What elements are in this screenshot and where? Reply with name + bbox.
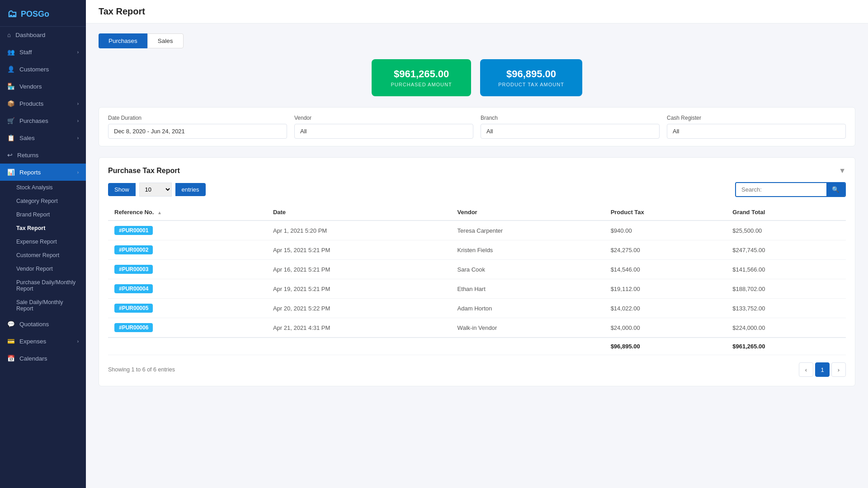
table-row[interactable]: #PUR00003 Apr 16, 2021 5:21 PM Sara Cook… xyxy=(108,260,846,279)
expenses-icon: 💳 xyxy=(7,338,15,345)
sidebar-item-quotations[interactable]: 💬 Quotations xyxy=(0,315,86,333)
table-row[interactable]: #PUR00001 Apr 1, 2021 5:20 PM Teresa Car… xyxy=(108,221,846,240)
chevron-sales: › xyxy=(77,136,79,141)
filter-cash-register-input[interactable] xyxy=(667,124,846,139)
report-table: Reference No. ▲ Date Vendor Product Tax … xyxy=(108,204,846,355)
sidebar-item-dashboard[interactable]: ⌂ Dashboard xyxy=(0,27,86,43)
cell-ref-3: #PUR00004 xyxy=(108,279,267,299)
cell-date-5: Apr 21, 2021 4:31 PM xyxy=(267,318,451,338)
vendors-label: Vendors xyxy=(19,83,42,90)
cell-vendor-1: Kristen Fields xyxy=(451,240,604,260)
cell-ref-2: #PUR00003 xyxy=(108,260,267,279)
sidebar: 🗂 POSGo ⌂ Dashboard 👥 Staff › 👤 Customer… xyxy=(0,0,86,488)
sidebar-subitem-expense-report[interactable]: Expense Report xyxy=(0,235,86,249)
cell-ref-1: #PUR00002 xyxy=(108,240,267,260)
vendors-icon: 🏪 xyxy=(7,83,15,90)
sales-icon: 📋 xyxy=(7,134,15,141)
report-section: Purchase Tax Report ▼ Show 10 25 50 100 … xyxy=(99,157,855,386)
sidebar-item-customers[interactable]: 👤 Customers xyxy=(0,61,86,78)
filter-branch: Branch xyxy=(481,115,660,139)
col-grand-total[interactable]: Grand Total xyxy=(726,204,846,221)
sidebar-subitem-brand-report[interactable]: Brand Report xyxy=(0,208,86,221)
col-vendor[interactable]: Vendor xyxy=(451,204,604,221)
col-product-tax[interactable]: Product Tax xyxy=(604,204,726,221)
sidebar-subitem-purchase-daily[interactable]: Purchase Daily/Monthly Report xyxy=(0,276,86,296)
prev-page-button[interactable]: ‹ xyxy=(799,362,813,377)
filter-icon[interactable]: ▼ xyxy=(839,167,846,175)
filter-vendor-input[interactable] xyxy=(294,124,473,139)
sidebar-item-returns[interactable]: ↩ Returns xyxy=(0,146,86,164)
total-empty-2 xyxy=(267,338,451,355)
page-header: Tax Report xyxy=(86,0,868,23)
customers-icon: 👤 xyxy=(7,66,15,73)
sidebar-subitem-customer-report[interactable]: Customer Report xyxy=(0,249,86,262)
entries-select[interactable]: 10 25 50 100 xyxy=(139,183,172,197)
filter-branch-input[interactable] xyxy=(481,124,660,139)
sidebar-subitem-category-report[interactable]: Category Report xyxy=(0,194,86,208)
table-controls: Show 10 25 50 100 entries 🔍 xyxy=(108,182,846,197)
expenses-label: Expenses xyxy=(19,338,46,345)
page-1-button[interactable]: 1 xyxy=(815,362,830,377)
next-page-button[interactable]: › xyxy=(831,362,846,377)
cell-product-tax-5: $24,000.00 xyxy=(604,318,726,338)
reports-icon: 📊 xyxy=(7,169,15,176)
sidebar-subitem-vendor-report[interactable]: Vendor Report xyxy=(0,262,86,276)
search-button[interactable]: 🔍 xyxy=(826,183,845,196)
purchased-amount-label: PURCHASED AMOUNT xyxy=(390,82,453,87)
show-entries: Show 10 25 50 100 entries xyxy=(108,183,206,197)
cell-vendor-4: Adam Horton xyxy=(451,299,604,318)
search-box: 🔍 xyxy=(735,182,846,197)
chevron-staff: › xyxy=(77,50,79,55)
dashboard-label: Dashboard xyxy=(15,32,45,38)
sidebar-item-sales[interactable]: 📋 Sales › xyxy=(0,129,86,146)
ref-badge-2: #PUR00003 xyxy=(114,265,153,274)
col-date[interactable]: Date xyxy=(267,204,451,221)
sidebar-item-reports[interactable]: 📊 Reports › xyxy=(0,164,86,181)
cell-product-tax-3: $19,112.00 xyxy=(604,279,726,299)
sidebar-subitem-tax-report[interactable]: Tax Report xyxy=(0,221,86,235)
sidebar-item-expenses[interactable]: 💳 Expenses › xyxy=(0,333,86,350)
cell-grand-total-1: $247,745.00 xyxy=(726,240,846,260)
sort-icon-ref: ▲ xyxy=(157,210,162,215)
filter-cash-register: Cash Register xyxy=(667,115,846,139)
cell-grand-total-2: $141,566.00 xyxy=(726,260,846,279)
cell-grand-total-3: $188,702.00 xyxy=(726,279,846,299)
ref-badge-5: #PUR00006 xyxy=(114,323,153,332)
dashboard-icon: ⌂ xyxy=(7,32,11,38)
main-content: Purchases Sales $961,265.00 PURCHASED AM… xyxy=(86,23,868,396)
sidebar-item-purchases[interactable]: 🛒 Purchases › xyxy=(0,112,86,129)
table-row[interactable]: #PUR00006 Apr 21, 2021 4:31 PM Walk-in V… xyxy=(108,318,846,338)
app-logo[interactable]: 🗂 POSGo xyxy=(0,0,86,27)
table-row[interactable]: #PUR00004 Apr 19, 2021 5:21 PM Ethan Har… xyxy=(108,279,846,299)
tab-purchases[interactable]: Purchases xyxy=(99,33,147,48)
sidebar-item-products[interactable]: 📦 Products › xyxy=(0,95,86,112)
staff-label: Staff xyxy=(19,49,32,56)
col-ref-no[interactable]: Reference No. ▲ xyxy=(108,204,267,221)
filter-date-duration: Date Duration xyxy=(108,115,287,139)
table-row[interactable]: #PUR00002 Apr 15, 2021 5:21 PM Kristen F… xyxy=(108,240,846,260)
total-empty-3 xyxy=(451,338,604,355)
tab-sales[interactable]: Sales xyxy=(147,33,184,48)
search-input[interactable] xyxy=(736,183,826,196)
purchases-icon: 🛒 xyxy=(7,117,15,124)
sidebar-item-calendars[interactable]: 📅 Calendars xyxy=(0,350,86,367)
card-product-tax-amount: $96,895.00 PRODUCT TAX AMOUNT xyxy=(480,59,582,96)
pagination: ‹ 1 › xyxy=(799,362,846,377)
sidebar-subitem-stock-analysis[interactable]: Stock Analysis xyxy=(0,181,86,194)
entries-label: entries xyxy=(175,183,206,196)
quotations-icon: 💬 xyxy=(7,320,15,328)
cell-product-tax-0: $940.00 xyxy=(604,221,726,240)
sidebar-item-vendors[interactable]: 🏪 Vendors xyxy=(0,78,86,95)
product-tax-amount-value: $96,895.00 xyxy=(498,68,564,80)
filter-date-input[interactable] xyxy=(108,124,287,139)
cell-ref-5: #PUR00006 xyxy=(108,318,267,338)
sidebar-subitem-sale-daily[interactable]: Sale Daily/Monthly Report xyxy=(0,296,86,315)
tab-group: Purchases Sales xyxy=(99,33,855,48)
table-row[interactable]: #PUR00005 Apr 20, 2021 5:22 PM Adam Hort… xyxy=(108,299,846,318)
sidebar-item-staff[interactable]: 👥 Staff › xyxy=(0,43,86,61)
filter-vendor-label: Vendor xyxy=(294,115,473,121)
page-title: Tax Report xyxy=(99,6,855,17)
showing-text: Showing 1 to 6 of 6 entries xyxy=(108,366,175,373)
show-label: Show xyxy=(108,183,136,196)
returns-icon: ↩ xyxy=(7,151,13,159)
